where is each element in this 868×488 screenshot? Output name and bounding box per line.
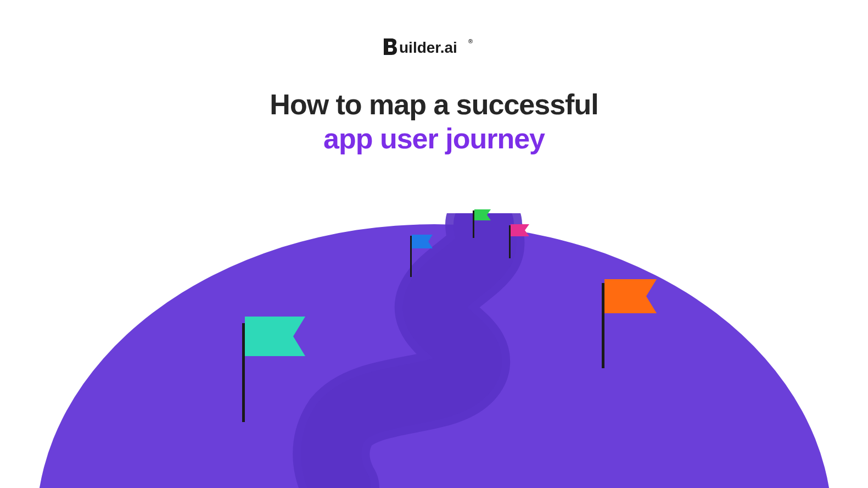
- brand-logo: uilder.ai ®: [379, 36, 489, 58]
- hero-card: uilder.ai ® How to map a successful app …: [0, 0, 868, 488]
- title-line-2: app user journey: [0, 122, 868, 155]
- title-line-1: How to map a successful: [0, 88, 868, 121]
- flag-teal-icon: [245, 317, 305, 356]
- svg-text:uilder.ai: uilder.ai: [399, 39, 457, 56]
- journey-illustration: [33, 186, 835, 488]
- flag-green-icon: [474, 209, 491, 220]
- builder-ai-logo-icon: uilder.ai ®: [379, 36, 489, 58]
- page-title: How to map a successful app user journey: [0, 88, 868, 155]
- flag-orange-icon: [604, 279, 657, 313]
- flag-pink-icon: [511, 224, 529, 236]
- svg-text:®: ®: [468, 38, 473, 45]
- flag-blue-icon: [412, 235, 433, 248]
